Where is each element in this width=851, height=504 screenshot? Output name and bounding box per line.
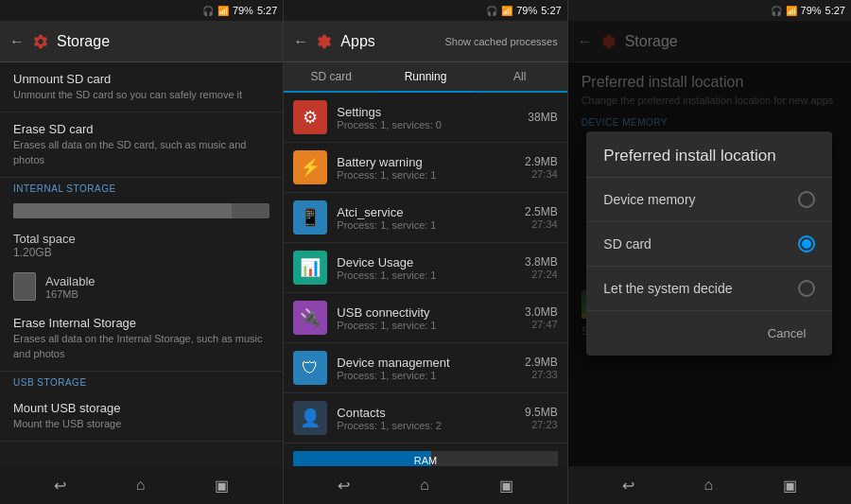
app-item-contacts[interactable]: 👤 Contacts Process: 1, services: 2 9.5MB… [284,393,566,443]
recent-nav-btn-3[interactable]: ▣ [783,477,797,495]
app-item-devusage[interactable]: 📊 Device Usage Process: 1, service: 1 3.… [284,243,566,293]
app-time-battery: 27:34 [525,168,558,180]
status-bar-panel-1: 🎧 📶 79% 5:27 [0,0,284,21]
app-size-col-devmgmt: 2.9MB 27:33 [525,356,558,380]
app-size-settings: 38MB [528,111,557,124]
back-button-2[interactable]: ← [293,33,308,50]
app-item-devmgmt[interactable]: 🛡 Device management Process: 1, service:… [284,343,566,393]
status-bar: 🎧 📶 79% 5:27 🎧 📶 79% 5:27 🎧 📶 79% 5:27 [0,0,851,21]
erase-internal-item[interactable]: Erase Internal Storage Erases all data o… [0,306,283,372]
toolbar-apps: ← Apps Show cached processes [284,21,566,62]
app-icon-devusage: 📊 [293,251,327,285]
mount-usb-item[interactable]: Mount USB storage Mount the USB storage [0,391,283,442]
home-nav-btn-3[interactable]: ⌂ [703,477,713,494]
dialog-option-system-label: Let the system decide [603,281,785,296]
unmount-sd-title: Unmount SD card [13,72,269,86]
app-name-devmgmt: Device management [337,356,515,370]
dialog-option-device-memory[interactable]: Device memory [586,178,832,222]
dialog-option-system[interactable]: Let the system decide [586,267,832,311]
app-size-devmgmt: 2.9MB [525,356,558,369]
storage-device-icon [13,272,36,301]
home-nav-btn-2[interactable]: ⌂ [420,477,429,494]
storage-bar-used [13,203,232,218]
tab-running[interactable]: Running [378,62,473,93]
panels-container: ← Storage Unmount SD card Unmount the SD… [0,21,851,466]
recent-nav-btn-2[interactable]: ▣ [499,477,513,495]
battery-1: 79% [233,5,253,16]
app-name-settings: Settings [337,105,518,119]
app-name-devusage: Device Usage [337,255,515,269]
radio-sd-card [798,235,815,252]
bottom-nav-panel-1: ↩ ⌂ ▣ [0,466,284,504]
tab-all[interactable]: All [473,62,567,91]
app-process-atci: Process: 1, service: 1 [337,219,515,231]
app-size-col-atci: 2.5MB 27:34 [525,205,558,230]
settings-icon-2 [316,33,333,50]
recent-nav-btn-1[interactable]: ▣ [215,477,229,495]
apps-tabs: SD card Running All [284,62,566,93]
app-time-usbconn: 27:47 [525,319,558,330]
back-nav-btn-3[interactable]: ↩ [622,477,634,495]
ram-bar-container: RAM [293,451,557,466]
app-info-battery: Battery warning Process: 1, service: 1 [337,155,515,181]
tab-sdcard[interactable]: SD card [284,62,378,91]
ram-bar-used [293,451,430,466]
app-info-usbconn: USB connectivity Process: 1, service: 1 [337,305,515,331]
available-item: Available 167MB [0,267,283,306]
app-process-devusage: Process: 1, service: 1 [337,269,515,281]
show-cached-action[interactable]: Show cached processes [444,36,557,47]
devmgmt-sym: 🛡 [302,358,319,378]
app-icon-contacts: 👤 [293,401,327,435]
app-name-usbconn: USB connectivity [337,305,515,320]
bottom-nav: ↩ ⌂ ▣ ↩ ⌂ ▣ ↩ ⌂ ▣ [0,466,851,504]
app-process-usbconn: Process: 1, service: 1 [337,320,515,331]
unmount-sd-item[interactable]: Unmount SD card Unmount the SD card so y… [0,62,283,113]
bottom-nav-panel-2: ↩ ⌂ ▣ [284,466,567,504]
app-icon-battery: ⚡ [293,150,327,184]
dialog-option-device-memory-label: Device memory [603,192,785,207]
status-bar-panel-3: 🎧 📶 79% 5:27 [568,0,851,21]
app-process-settings: Process: 1, services: 0 [337,119,518,130]
back-nav-btn-2[interactable]: ↩ [338,477,350,495]
unmount-sd-desc: Unmount the SD card so you can safely re… [13,88,269,102]
app-info-devmgmt: Device management Process: 1, service: 1 [337,356,515,381]
internal-storage-label: INTERNAL STORAGE [0,178,283,198]
signal-icon-1: 📶 [217,6,229,16]
dialog-cancel-button[interactable]: Cancel [753,319,821,348]
status-bar-panel-2: 🎧 📶 79% 5:27 [284,0,567,21]
battery-3: 79% [801,5,822,16]
app-item-battery[interactable]: ⚡ Battery warning Process: 1, service: 1… [284,143,566,193]
erase-sd-desc: Erases all data on the SD card, such as … [13,138,269,167]
app-item-usbconn[interactable]: 🔌 USB connectivity Process: 1, service: … [284,293,566,343]
app-process-battery: Process: 1, service: 1 [337,169,515,181]
home-nav-btn-1[interactable]: ⌂ [136,477,146,494]
time-3: 5:27 [825,5,845,16]
battery-sym: ⚡ [300,157,321,178]
app-size-col-battery: 2.9MB 27:34 [525,155,558,180]
app-size-contacts: 9.5MB [525,406,558,419]
app-item-atci[interactable]: 📱 Atci_service Process: 1, service: 1 2.… [284,193,566,243]
bottom-nav-panel-3: ↩ ⌂ ▣ [568,466,851,504]
app-process-devmgmt: Process: 1, service: 1 [337,370,515,381]
app-icon-atci: 📱 [293,200,327,235]
total-space-value: 1.20GB [13,246,269,259]
erase-sd-item[interactable]: Erase SD card Erases all data on the SD … [0,113,283,178]
time-1: 5:27 [257,5,277,16]
app-time-contacts: 27:23 [525,419,558,430]
devusage-sym: 📊 [300,257,321,278]
contacts-sym: 👤 [300,408,321,428]
app-size-col-contacts: 9.5MB 27:23 [525,406,558,430]
available-value: 167MB [45,288,96,300]
app-size-atci: 2.5MB [525,205,558,218]
erase-internal-desc: Erases all data on the Internal Storage,… [13,332,269,361]
dialog-option-sd-card[interactable]: SD card [586,222,832,267]
panel-storage-left: ← Storage Unmount SD card Unmount the SD… [0,21,284,466]
back-nav-btn-1[interactable]: ↩ [54,477,66,495]
app-size-col-usbconn: 3.0MB 27:47 [525,305,558,330]
back-button-1[interactable]: ← [9,33,25,50]
erase-sd-title: Erase SD card [13,122,269,136]
dialog-option-sd-card-label: SD card [603,236,785,252]
app-icon-devmgmt: 🛡 [293,351,327,385]
panel-storage-right-wrapper: ← Storage Preferred install location Cha… [568,21,851,466]
app-item-settings[interactable]: ⚙ Settings Process: 1, services: 0 38MB [284,93,566,143]
